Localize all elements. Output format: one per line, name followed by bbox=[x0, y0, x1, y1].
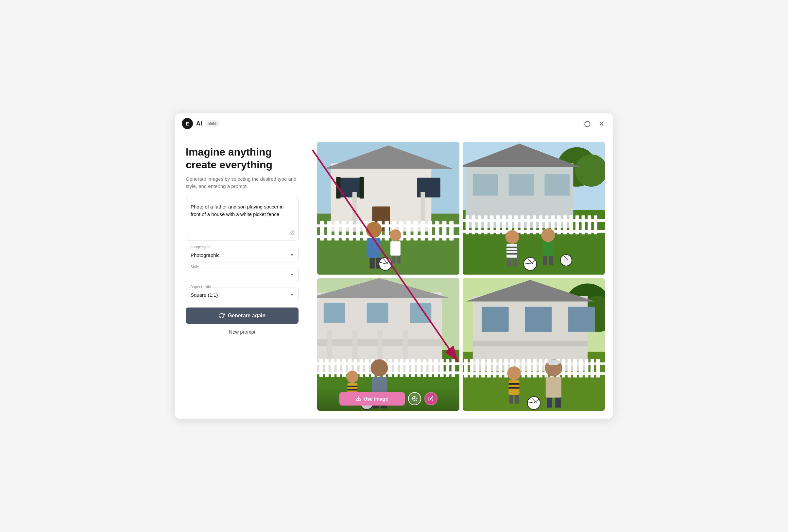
style-label: Style bbox=[189, 265, 200, 269]
svg-rect-26 bbox=[385, 221, 389, 241]
svg-rect-9 bbox=[338, 178, 361, 197]
svg-rect-194 bbox=[509, 383, 519, 384]
history-icon[interactable] bbox=[583, 119, 592, 128]
use-image-button[interactable]: Use Image bbox=[339, 392, 405, 406]
aspect-ratio-field: Aspect ratio Square (1:1) Portrait (4:5)… bbox=[186, 288, 298, 302]
svg-rect-70 bbox=[527, 216, 530, 234]
svg-rect-174 bbox=[499, 359, 502, 377]
svg-rect-41 bbox=[390, 241, 400, 255]
svg-rect-106 bbox=[378, 330, 382, 359]
aspect-ratio-label: Aspect ratio bbox=[189, 285, 212, 289]
use-image-label: Use Image bbox=[363, 396, 388, 402]
svg-rect-120 bbox=[360, 359, 363, 377]
svg-rect-17 bbox=[320, 221, 324, 241]
svg-rect-129 bbox=[411, 359, 415, 377]
svg-rect-132 bbox=[429, 359, 432, 377]
logo-icon: E bbox=[182, 118, 193, 129]
image-type-select[interactable]: Photographic Illustration Digital Art 3D… bbox=[186, 248, 298, 262]
svg-rect-42 bbox=[392, 255, 395, 263]
svg-rect-66 bbox=[502, 216, 506, 234]
svg-rect-197 bbox=[515, 394, 519, 403]
svg-rect-79 bbox=[582, 216, 585, 234]
svg-rect-113 bbox=[319, 359, 323, 377]
svg-rect-71 bbox=[533, 216, 536, 234]
svg-rect-55 bbox=[473, 174, 498, 196]
svg-rect-130 bbox=[417, 359, 420, 377]
svg-rect-62 bbox=[478, 216, 481, 234]
svg-rect-201 bbox=[547, 397, 552, 408]
svg-rect-81 bbox=[594, 216, 597, 234]
svg-rect-35 bbox=[449, 221, 454, 241]
svg-rect-165 bbox=[568, 307, 595, 332]
svg-rect-191 bbox=[596, 359, 600, 377]
svg-line-153 bbox=[416, 400, 417, 401]
titlebar: E AI Beta bbox=[175, 114, 613, 134]
svg-rect-128 bbox=[406, 359, 409, 377]
svg-rect-135 bbox=[446, 359, 449, 377]
svg-rect-107 bbox=[402, 330, 408, 359]
svg-rect-10 bbox=[417, 178, 440, 197]
svg-rect-179 bbox=[527, 359, 531, 377]
svg-rect-195 bbox=[509, 387, 519, 388]
image-overlay: Use Image bbox=[317, 387, 459, 411]
svg-rect-105 bbox=[353, 330, 357, 359]
image-cell-4[interactable] bbox=[463, 278, 605, 411]
svg-rect-75 bbox=[557, 216, 561, 234]
svg-rect-188 bbox=[579, 359, 583, 377]
refresh-icon bbox=[219, 313, 224, 319]
svg-point-89 bbox=[541, 228, 555, 242]
svg-rect-109 bbox=[367, 303, 389, 323]
svg-rect-78 bbox=[575, 216, 579, 234]
svg-rect-65 bbox=[496, 216, 499, 234]
svg-rect-33 bbox=[435, 221, 439, 241]
svg-rect-125 bbox=[389, 359, 392, 377]
close-icon[interactable] bbox=[597, 119, 606, 128]
svg-rect-110 bbox=[410, 303, 431, 323]
svg-rect-90 bbox=[543, 243, 553, 256]
svg-point-192 bbox=[507, 366, 521, 380]
svg-rect-168 bbox=[464, 359, 468, 377]
app-window: E AI Beta Imagine anythingcreate everyt bbox=[175, 113, 613, 419]
prompt-box[interactable]: Photo of a father and son playing soccer… bbox=[186, 198, 298, 241]
image-type-field: Image type Photographic Illustration Dig… bbox=[186, 248, 298, 262]
svg-rect-86 bbox=[507, 253, 517, 254]
main-content: Imagine anythingcreate everything Genera… bbox=[175, 134, 613, 418]
svg-point-36 bbox=[366, 222, 381, 238]
style-select[interactable]: Cinematic Vintage Moody bbox=[186, 268, 298, 282]
svg-rect-170 bbox=[476, 359, 479, 377]
image-scene-1 bbox=[317, 142, 459, 274]
svg-rect-20 bbox=[342, 221, 346, 241]
image-cell-1[interactable] bbox=[317, 142, 459, 274]
svg-rect-84 bbox=[507, 247, 517, 248]
image-cell-3[interactable]: Use Image bbox=[317, 278, 459, 411]
prompt-text: Photo of a father and son playing soccer… bbox=[191, 203, 294, 218]
aspect-ratio-select[interactable]: Square (1:1) Portrait (4:5) Landscape (1… bbox=[186, 288, 298, 302]
generate-again-button[interactable]: Generate again bbox=[186, 307, 298, 324]
svg-rect-56 bbox=[509, 174, 534, 196]
svg-rect-114 bbox=[325, 359, 329, 377]
svg-rect-104 bbox=[327, 330, 332, 359]
svg-rect-77 bbox=[569, 216, 573, 234]
svg-rect-108 bbox=[324, 303, 345, 323]
svg-rect-57 bbox=[545, 174, 570, 196]
svg-rect-186 bbox=[568, 359, 571, 377]
svg-rect-187 bbox=[573, 359, 577, 377]
svg-rect-76 bbox=[564, 216, 567, 234]
svg-rect-173 bbox=[493, 359, 496, 377]
svg-rect-185 bbox=[562, 359, 565, 377]
generate-again-label: Generate again bbox=[228, 313, 266, 319]
sidebar-description: Generate images by selecting the desired… bbox=[186, 176, 298, 190]
new-prompt-link[interactable]: New prompt bbox=[186, 329, 298, 335]
titlebar-right bbox=[583, 119, 606, 128]
zoom-button[interactable] bbox=[408, 392, 421, 405]
svg-rect-30 bbox=[413, 221, 417, 241]
svg-rect-92 bbox=[549, 256, 553, 265]
edit-button[interactable] bbox=[425, 392, 437, 405]
svg-rect-69 bbox=[520, 216, 524, 234]
svg-rect-38 bbox=[370, 258, 374, 269]
svg-rect-34 bbox=[442, 221, 446, 241]
svg-rect-196 bbox=[509, 394, 513, 403]
image-cell-2[interactable] bbox=[463, 142, 605, 274]
prompt-edit-icon[interactable] bbox=[289, 229, 295, 237]
svg-rect-21 bbox=[349, 221, 353, 241]
